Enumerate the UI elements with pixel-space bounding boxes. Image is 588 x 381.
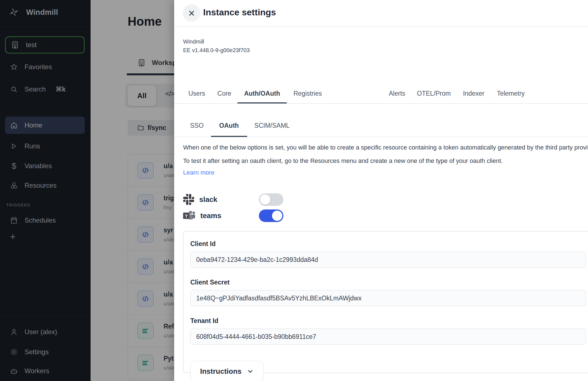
settings-tabs: Users Core Auth/OAuth Registries Alerts … <box>174 84 588 104</box>
client-secret-label: Client Secret <box>190 278 585 286</box>
drawer-title: Instance settings <box>203 7 276 18</box>
teams-icon: T <box>183 210 195 221</box>
close-button[interactable]: × <box>183 4 200 22</box>
tab-telemetry[interactable]: Telemetry <box>497 83 525 103</box>
tab-otel-prom[interactable]: OTEL/Prom <box>417 83 451 103</box>
tab-alerts[interactable]: Alerts <box>389 83 405 103</box>
tab-registries[interactable]: Registries <box>293 83 322 103</box>
auth-subtabs: SSO OAuth SCIM/SAML <box>174 114 588 137</box>
instance-settings-drawer: × Instance settings Windmill EE v1.448.0… <box>174 0 588 381</box>
close-icon: × <box>188 8 195 19</box>
version-string: EE v1.448.0-9-g00e23f703 <box>183 46 250 55</box>
provider-row-slack: slack <box>183 191 283 208</box>
instructions-label: Instructions <box>200 367 242 376</box>
drawer-backdrop[interactable] <box>0 0 174 381</box>
subtab-scim-saml[interactable]: SCIM/SAML <box>254 114 290 137</box>
subtab-sso[interactable]: SSO <box>190 114 204 137</box>
tab-users[interactable]: Users <box>188 83 205 103</box>
tenant-id-input[interactable] <box>190 329 586 345</box>
learn-more-link[interactable]: Learn more <box>183 169 215 176</box>
instructions-button[interactable]: Instructions <box>190 361 264 381</box>
chevron-down-icon <box>247 368 254 375</box>
description-line-2: To test it after setting an oauth client… <box>183 154 588 168</box>
drawer-header-divider <box>174 26 588 27</box>
toggle-knob <box>260 194 270 205</box>
provider-name: teams <box>200 211 221 220</box>
slack-icon <box>183 194 194 205</box>
provider-row-teams: T teams <box>183 208 283 224</box>
provider-name: slack <box>199 195 217 204</box>
app-name: Windmill <box>183 37 250 46</box>
tab-indexer[interactable]: Indexer <box>463 83 484 103</box>
description-line-1: When one of the below options is set, yo… <box>183 141 588 154</box>
tenant-id-label: Tenant Id <box>190 317 585 325</box>
teams-toggle[interactable] <box>259 209 283 222</box>
tab-core[interactable]: Core <box>217 83 231 103</box>
subtab-oauth[interactable]: OAuth <box>219 114 239 137</box>
slack-toggle[interactable] <box>259 193 283 206</box>
client-id-input[interactable] <box>190 252 586 268</box>
client-id-label: Client Id <box>190 240 585 248</box>
teams-oauth-config-card: Client Id Client Secret Tenant Id Instru… <box>183 231 588 373</box>
svg-text:T: T <box>185 214 188 218</box>
toggle-knob <box>272 211 282 221</box>
app: Windmill test <box>0 0 588 381</box>
oauth-description: When one of the below options is set, yo… <box>183 141 588 168</box>
tab-auth-oauth[interactable]: Auth/OAuth <box>244 83 280 103</box>
client-secret-input[interactable] <box>190 290 586 306</box>
version-block: Windmill EE v1.448.0-9-g00e23f703 <box>183 37 250 55</box>
